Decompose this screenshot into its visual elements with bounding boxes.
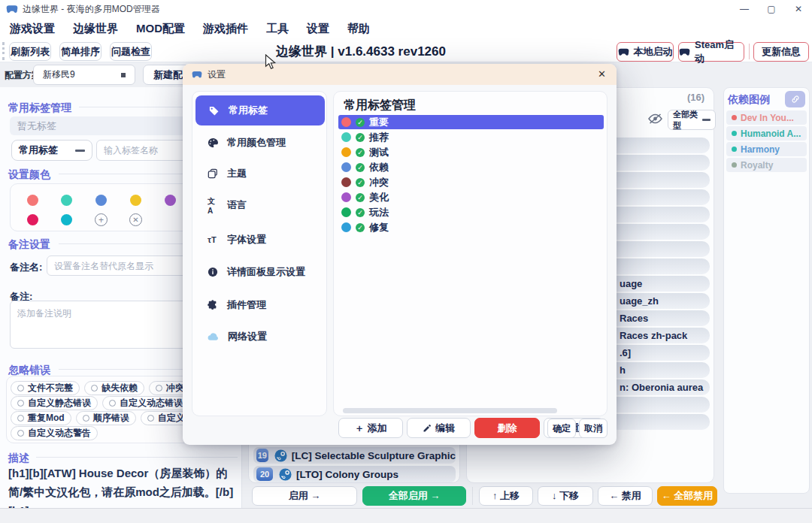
legend-label: Dev In You...	[741, 113, 794, 123]
color-swatch[interactable]	[27, 195, 38, 206]
color-swatch[interactable]	[130, 195, 141, 206]
steam-icon	[279, 468, 292, 481]
horizontal-scrollbar[interactable]	[343, 408, 557, 413]
color-swatch[interactable]	[27, 214, 38, 225]
color-swatch[interactable]	[61, 214, 72, 225]
sidebar-item-label: 详情面板显示设置	[227, 265, 305, 279]
ignore-chip[interactable]: 自定义动态警告	[11, 426, 98, 440]
steam-icon	[274, 449, 287, 462]
steam-launch-button[interactable]: Steam启动	[678, 42, 744, 62]
cancel-button[interactable]: 取消	[579, 419, 607, 438]
tag-row[interactable]: ✓ 美化	[338, 190, 604, 204]
tag-row[interactable]: ✓ 依赖	[338, 160, 604, 174]
app-icon	[192, 71, 202, 78]
color-swatch[interactable]	[61, 195, 72, 206]
legend-item[interactable]: Royalty	[726, 158, 807, 172]
legend-item[interactable]: Humanoid A...	[726, 126, 807, 141]
tag-row[interactable]: ✓ 玩法	[338, 205, 604, 219]
tag-name: 推荐	[369, 131, 389, 144]
move-up-button[interactable]: ↑ 上移	[479, 486, 533, 506]
window-title: 边缘世界 - 夜海的多用MOD管理器	[23, 3, 160, 16]
tag-row[interactable]: ✓ 修复	[338, 220, 604, 234]
sidebar-item-theme[interactable]: 主题	[200, 166, 323, 181]
ignore-chip[interactable]: 自定义动态错误	[102, 396, 189, 410]
ignore-chip[interactable]: 缺失依赖	[84, 381, 144, 395]
dropdown-dash-icon	[75, 150, 85, 152]
sidebar-item-label: 常用标签	[229, 104, 268, 117]
app-icon	[6, 5, 18, 14]
menu-rimworld[interactable]: 边缘世界	[73, 22, 118, 36]
type-filter-select[interactable]: 全部类型	[668, 110, 716, 130]
tag-name: 玩法	[369, 206, 389, 219]
mod-row[interactable]: 19 [LC] Selectable Sculpture Graphic	[253, 447, 456, 464]
menu-game-plugins[interactable]: 游戏插件	[203, 22, 248, 36]
add-color-icon[interactable]: +	[95, 213, 108, 226]
ignore-chip[interactable]: 顺序错误	[76, 411, 136, 425]
title-bar: 边缘世界 - 夜海的多用MOD管理器 — ▢ ✕	[0, 0, 812, 18]
sidebar-item-label: 字体设置	[227, 233, 266, 246]
edit-tag-button[interactable]: 编辑	[407, 418, 471, 438]
add-tag-button[interactable]: ＋添加	[338, 418, 403, 438]
mod-name-fragment: uage_zh	[620, 295, 659, 307]
move-down-button[interactable]: ↓ 下移	[538, 486, 593, 506]
sidebar-item-network[interactable]: 网络设置	[200, 329, 323, 344]
legend-item[interactable]: Dev In You...	[726, 110, 807, 125]
row-number-badge: 20	[256, 467, 273, 481]
sidebar-item-plugins[interactable]: 插件管理	[200, 298, 323, 313]
sidebar-item-language[interactable]: 文A 语言	[200, 198, 323, 213]
legend-label: Humanoid A...	[741, 128, 801, 139]
tag-row[interactable]: ✓ 重要	[338, 115, 604, 129]
chip-label: 冲突	[166, 382, 184, 395]
tag-type-select[interactable]: 常用标签	[11, 140, 92, 161]
legend-item[interactable]: Harmony	[726, 142, 807, 156]
refresh-list-button[interactable]: 刷新列表	[9, 42, 51, 61]
app-window: 边缘世界 - 夜海的多用MOD管理器 — ▢ ✕ 游戏设置 边缘世界 MOD配置…	[0, 0, 812, 523]
menu-game-settings[interactable]: 游戏设置	[10, 22, 55, 36]
toolbar-drag-handle[interactable]	[2, 42, 5, 60]
tag-color-dot	[341, 192, 351, 202]
mod-row[interactable]: 20 [LTO] Colony Groups	[253, 466, 456, 482]
ignore-chip[interactable]: 自定义静态错误	[11, 396, 98, 410]
legend-title: 依赖图例	[728, 93, 770, 107]
check-icon: ✓	[356, 208, 365, 217]
row-number-badge: 19	[256, 449, 268, 462]
enable-all-button[interactable]: 全部启用 →	[362, 486, 466, 506]
sidebar-item-common-tags[interactable]: 常用标签	[195, 95, 325, 125]
update-info-button[interactable]: 更新信息	[753, 42, 809, 62]
disable-all-button[interactable]: ← 全部禁用	[657, 486, 717, 506]
close-button[interactable]: ✕	[785, 0, 812, 18]
ok-button[interactable]: 确定	[547, 419, 576, 438]
disable-button[interactable]: ← 禁用	[598, 486, 653, 506]
menu-settings[interactable]: 设置	[307, 22, 329, 36]
maximize-button[interactable]: ▢	[758, 0, 785, 18]
ignore-chip[interactable]: 文件不完整	[11, 381, 80, 395]
dialog-close-icon[interactable]: ✕	[598, 68, 606, 80]
link-button[interactable]	[785, 91, 805, 107]
minimize-button[interactable]: —	[731, 0, 758, 18]
local-launch-button[interactable]: 本地启动	[617, 42, 674, 62]
enable-button[interactable]: 启用 →	[252, 486, 357, 506]
legend-dot	[732, 131, 737, 136]
tag-row[interactable]: ✓ 推荐	[338, 130, 604, 144]
menu-tools[interactable]: 工具	[266, 22, 289, 36]
eye-off-icon[interactable]	[647, 112, 663, 125]
issue-check-button[interactable]: 问题检查	[110, 42, 152, 61]
menu-help[interactable]: 帮助	[347, 22, 370, 36]
gamepad-icon	[618, 48, 629, 56]
delete-tag-button[interactable]: 删除	[474, 418, 540, 438]
sidebar-item-color-manage[interactable]: 常用颜色管理	[200, 135, 323, 150]
tag-row[interactable]: ✓ 冲突	[338, 175, 604, 189]
menu-mod-config[interactable]: MOD配置	[136, 22, 185, 36]
sidebar-item-font[interactable]: τT 字体设置	[200, 232, 323, 247]
toggle-ring-icon	[109, 400, 116, 407]
color-swatch[interactable]	[165, 195, 176, 206]
gamepad-icon	[679, 48, 690, 56]
type-filter-value: 全部类型	[673, 109, 702, 132]
tag-row[interactable]: ✓ 测试	[338, 145, 604, 159]
color-swatch[interactable]	[95, 195, 107, 206]
simple-sort-button[interactable]: 简单排序	[59, 42, 102, 61]
profile-select[interactable]: 新移民9	[33, 65, 135, 85]
sidebar-item-detail-panel[interactable]: 详情面板显示设置	[200, 265, 323, 280]
ignore-chip[interactable]: 重复Mod	[11, 411, 71, 425]
remove-color-icon[interactable]: ✕	[129, 213, 142, 226]
